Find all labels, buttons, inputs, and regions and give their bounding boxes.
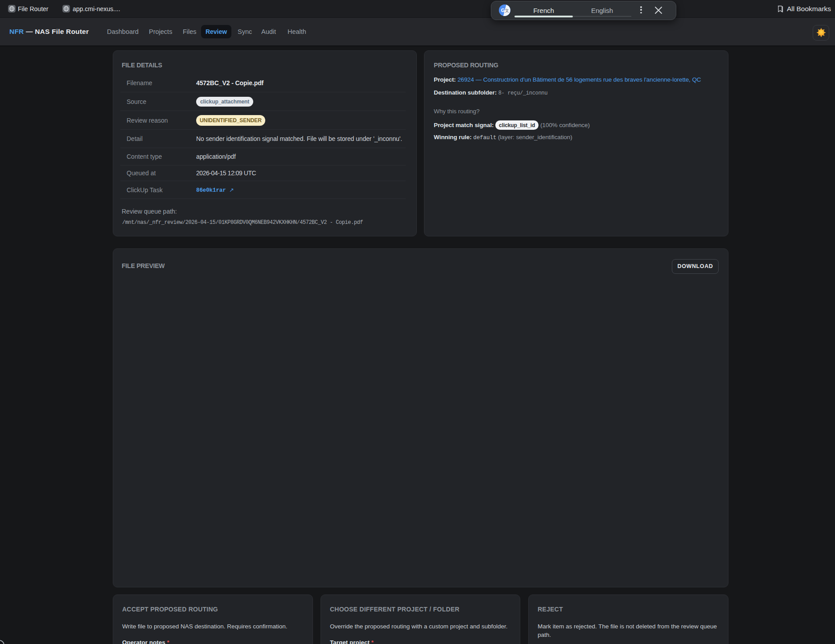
- svg-text:文: 文: [505, 8, 509, 13]
- svg-text:G: G: [501, 8, 505, 13]
